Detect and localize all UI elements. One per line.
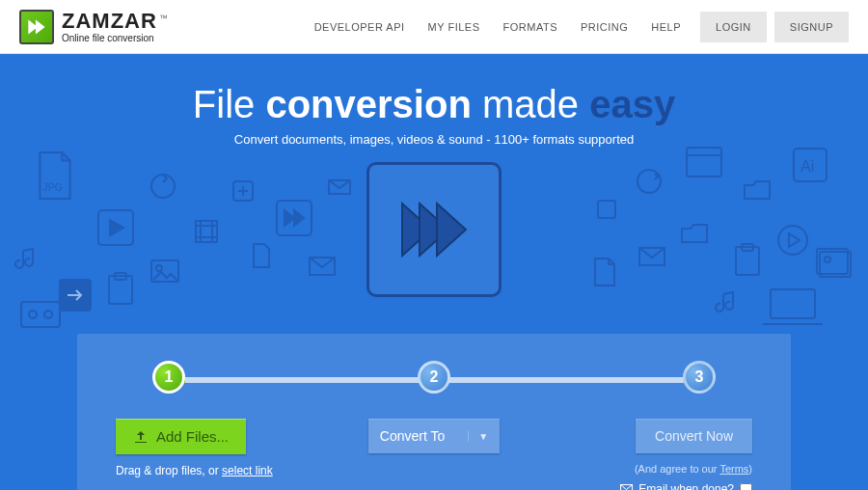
step-1: 1: [152, 361, 185, 394]
cassette-icon: [19, 300, 62, 329]
arrow-box-icon: [56, 276, 95, 314]
nav-help[interactable]: HELP: [651, 21, 681, 33]
step-2: 2: [418, 361, 450, 394]
svg-rect-4: [21, 302, 60, 327]
svg-point-10: [156, 265, 162, 271]
convert-to-select[interactable]: Convert To ▼: [368, 419, 500, 453]
header: ZAMZAR™ Online file conversion DEVELOPER…: [0, 0, 868, 54]
convert-to-label: Convert To: [380, 428, 445, 444]
signup-button[interactable]: SIGNUP: [774, 12, 849, 42]
doc-icon: [251, 242, 272, 269]
email-label: Email when done?: [638, 482, 734, 490]
window-icon: [685, 146, 723, 178]
plus-box-icon: [231, 179, 255, 203]
step-3: 3: [683, 361, 716, 394]
mail3-icon: [638, 247, 665, 266]
fastforward-hero-icon: [391, 186, 477, 273]
svg-point-21: [778, 226, 807, 255]
hero-t4: easy: [589, 83, 675, 125]
conversion-panel: 1 2 3 Add Files... Drag & drop files, or…: [77, 334, 791, 490]
square-icon: [596, 199, 617, 220]
ai-icon: Ai: [791, 146, 829, 184]
doc2-icon: [592, 257, 617, 287]
hero-subtitle: Convert documents, images, videos & soun…: [0, 132, 868, 147]
image-icon: [149, 259, 180, 284]
folder2-icon: [680, 223, 709, 244]
picture-icon: [815, 247, 854, 280]
hero-logo-box: [366, 162, 502, 297]
refresh2-icon: [633, 165, 665, 198]
hero-t2: conversion: [265, 83, 471, 125]
hero-t1: File: [193, 83, 266, 125]
svg-rect-28: [771, 289, 815, 318]
nav-pricing[interactable]: PRICING: [581, 21, 628, 33]
refresh-icon: [147, 170, 179, 203]
actions-row: Add Files... Drag & drop files, or selec…: [116, 419, 752, 490]
clipboard-icon: [106, 271, 135, 306]
film-icon: [193, 218, 220, 245]
brand-tagline: Online file conversion: [62, 34, 168, 43]
logo[interactable]: ZAMZAR™ Online file conversion: [19, 10, 168, 44]
terms-link[interactable]: Terms: [719, 463, 748, 475]
clipboard2-icon: [733, 242, 762, 277]
trademark: ™: [159, 14, 168, 23]
chevron-down-icon: ▼: [468, 431, 488, 442]
login-button[interactable]: LOGIN: [700, 12, 767, 42]
svg-rect-20: [598, 201, 615, 218]
play-circle-icon: [775, 223, 810, 258]
play-box-icon: [96, 208, 135, 247]
drag-drop-hint: Drag & drop files, or select link: [116, 464, 309, 477]
convert-now-button[interactable]: Convert Now: [636, 419, 752, 453]
terms-note: (And agree to our Terms): [559, 463, 752, 475]
music-note-icon: [14, 247, 40, 272]
add-files-label: Add Files...: [156, 428, 229, 445]
svg-rect-11: [196, 221, 217, 242]
add-files-button[interactable]: Add Files...: [116, 419, 246, 454]
hero-t3: made: [472, 83, 589, 125]
hero: JPG Ai File conversion made easy Convert…: [0, 54, 868, 334]
upload-icon: [133, 429, 149, 445]
email-when-done-row: Email when done?: [559, 482, 752, 490]
svg-point-2: [151, 175, 175, 198]
svg-text:JPG: JPG: [43, 182, 63, 193]
select-link[interactable]: select link: [222, 464, 273, 477]
steps-bar: 1 2 3: [116, 361, 752, 394]
nav-formats[interactable]: FORMATS: [503, 21, 557, 33]
hero-title: File conversion made easy: [0, 83, 868, 126]
folder-icon: [743, 179, 772, 201]
mail-icon: [328, 179, 351, 195]
envelope-icon: [620, 484, 633, 490]
logo-icon: [19, 10, 54, 44]
mail2-icon: [309, 257, 336, 276]
svg-point-5: [29, 311, 37, 318]
fastforward-icon: [275, 199, 313, 237]
svg-point-19: [637, 170, 661, 193]
email-checkbox[interactable]: [740, 483, 752, 491]
svg-text:Ai: Ai: [800, 158, 814, 175]
svg-point-6: [44, 311, 52, 318]
svg-point-24: [825, 257, 830, 262]
logo-text: ZAMZAR™ Online file conversion: [62, 11, 168, 43]
file-jpg-icon: JPG: [35, 150, 75, 201]
nav-developer-api[interactable]: DEVELOPER API: [314, 21, 405, 33]
music2-icon: [715, 290, 738, 313]
laptop-icon: [761, 286, 825, 330]
nav-my-files[interactable]: MY FILES: [428, 21, 480, 33]
brand-name: ZAMZAR: [62, 9, 157, 33]
svg-rect-18: [687, 148, 721, 177]
